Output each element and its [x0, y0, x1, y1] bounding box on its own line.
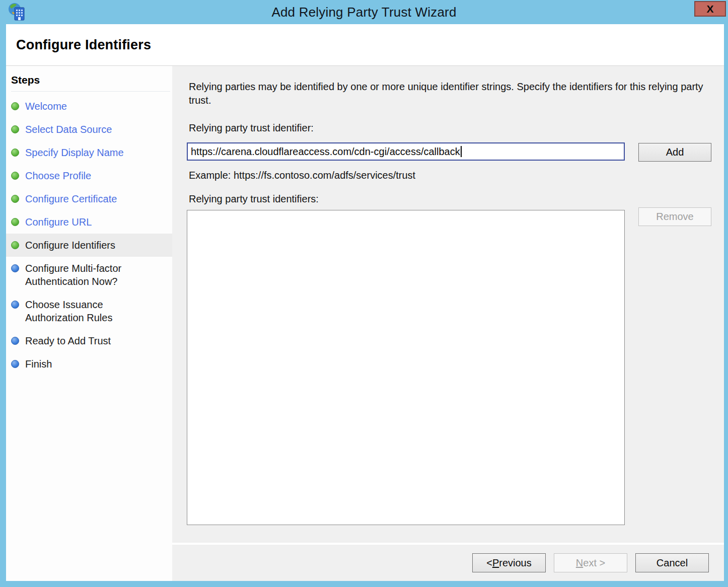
steps-heading: Steps [11, 72, 170, 92]
step-done-icon [11, 149, 19, 157]
step-pending-icon [11, 337, 19, 345]
next-button[interactable]: Next > [554, 553, 627, 572]
text-caret [461, 146, 462, 157]
sidebar-item-welcome[interactable]: Welcome [6, 95, 172, 118]
sidebar-item-configure-identifiers[interactable]: Configure Identifiers [6, 234, 172, 257]
sidebar-item-finish[interactable]: Finish [6, 352, 172, 376]
window-title: Add Relying Party Trust Wizard [0, 5, 728, 20]
sidebar-item-configure-certificate[interactable]: Configure Certificate [6, 187, 172, 210]
sidebar-item-select-data-source[interactable]: Select Data Source [6, 118, 172, 141]
adfs-app-icon [7, 2, 27, 22]
sidebar-item-choose-profile[interactable]: Choose Profile [6, 164, 172, 187]
previous-button[interactable]: < Previous [472, 553, 546, 572]
identifier-input[interactable]: https://carena.cloudflareaccess.com/cdn-… [187, 142, 625, 161]
add-button[interactable]: Add [638, 143, 711, 162]
page-title: Configure Identifiers [16, 37, 151, 53]
steps-list: Welcome Select Data Source Specify Displ… [6, 95, 172, 376]
page-header: Configure Identifiers [6, 24, 724, 66]
identifier-field-label: Relying party trust identifier: [189, 122, 314, 134]
step-done-icon [11, 172, 19, 180]
close-icon[interactable]: X [694, 1, 726, 17]
main-content-panel: Relying parties may be identified by one… [172, 66, 724, 543]
step-done-icon [11, 125, 19, 133]
sidebar-item-configure-url[interactable]: Configure URL [6, 210, 172, 234]
wizard-footer: < Previous Next > Cancel [172, 543, 724, 581]
dialog-body: Configure Identifiers Steps Welcome Sele… [6, 24, 724, 581]
identifiers-list-label: Relying party trust identifiers: [189, 193, 319, 205]
step-done-icon [11, 241, 19, 249]
step-pending-icon [11, 360, 19, 368]
remove-button[interactable]: Remove [638, 207, 711, 226]
title-bar: Add Relying Party Trust Wizard X [0, 0, 728, 24]
steps-sidebar: Steps Welcome Select Data Source Specify… [6, 66, 172, 581]
identifiers-listbox[interactable] [187, 210, 625, 525]
step-done-icon [11, 218, 19, 226]
identifier-input-value: https://carena.cloudflareaccess.com/cdn-… [191, 146, 460, 158]
sidebar-item-choose-issuance-rules[interactable]: Choose Issuance Authorization Rules [6, 293, 172, 329]
wizard-window: Add Relying Party Trust Wizard X Configu… [0, 0, 728, 587]
sidebar-item-specify-display-name[interactable]: Specify Display Name [6, 141, 172, 164]
step-pending-icon [11, 301, 19, 309]
sidebar-item-configure-multifactor[interactable]: Configure Multi-factor Authentication No… [6, 257, 172, 293]
step-done-icon [11, 102, 19, 110]
example-text: Example: https://fs.contoso.com/adfs/ser… [189, 170, 415, 181]
sidebar-item-ready-to-add-trust[interactable]: Ready to Add Trust [6, 329, 172, 352]
intro-text: Relying parties may be identified by one… [189, 80, 705, 107]
step-pending-icon [11, 264, 19, 272]
cancel-button[interactable]: Cancel [635, 553, 709, 572]
step-done-icon [11, 195, 19, 203]
